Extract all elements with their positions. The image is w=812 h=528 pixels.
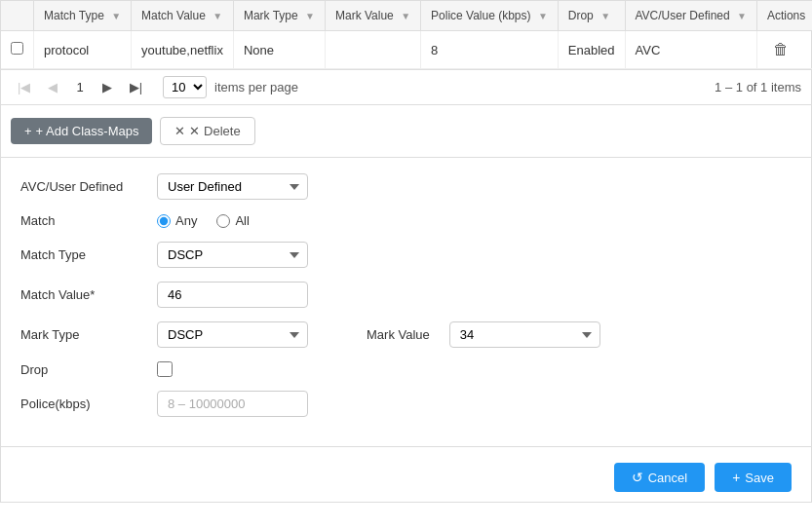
drop-checkbox[interactable] — [157, 361, 173, 377]
mark-value-label: Mark Value — [367, 327, 430, 342]
mark-value-select[interactable]: 34 0 1 2 — [449, 321, 600, 348]
per-page-label: items per page — [214, 80, 298, 94]
save-icon: + — [732, 470, 740, 485]
row-police-value: 8 — [421, 31, 559, 69]
first-page-button[interactable]: |◀ — [11, 76, 37, 98]
police-input[interactable] — [157, 391, 308, 417]
match-label: Match — [20, 213, 157, 228]
drop-row: Drop — [20, 361, 792, 377]
col-mark-type: Mark Type ▼ — [233, 1, 325, 31]
current-page: 1 — [68, 78, 91, 96]
mark-value-section: Mark Value 34 0 1 2 — [367, 321, 600, 348]
delete-button[interactable]: ✕ ✕ Delete — [160, 117, 254, 145]
police-label: Police(kbps) — [20, 396, 157, 411]
avc-user-defined-select[interactable]: User Defined AVC — [157, 173, 308, 200]
delete-label: ✕ Delete — [189, 124, 240, 138]
cancel-label: Cancel — [648, 471, 687, 485]
save-button[interactable]: + Save — [715, 463, 792, 492]
match-value-sort-icon[interactable]: ▼ — [213, 11, 222, 21]
pagination-info: 1 – 1 of 1 items — [715, 80, 801, 94]
match-type-label: Match Type — [20, 247, 157, 262]
row-checkbox[interactable] — [11, 42, 23, 55]
mark-value-sort-icon[interactable]: ▼ — [401, 11, 410, 21]
add-icon: + — [24, 124, 32, 138]
row-actions-cell: 🗑 — [756, 31, 812, 69]
mark-type-label: Mark Type — [20, 327, 157, 342]
cancel-icon: ↺ — [632, 470, 643, 485]
match-any-option[interactable]: Any — [157, 213, 197, 228]
cancel-button[interactable]: ↺ Cancel — [614, 463, 705, 492]
match-radio-group: Any All — [157, 213, 250, 228]
mark-type-row: Mark Type DSCP None IP Precedence Mark V… — [20, 321, 792, 348]
per-page-select[interactable]: 10 25 50 — [163, 76, 207, 98]
drop-sort-icon[interactable]: ▼ — [600, 11, 610, 21]
col-match-value: Match Value ▼ — [132, 1, 234, 31]
class-maps-table: Match Type ▼ Match Value ▼ Mark Type ▼ M… — [1, 1, 812, 69]
next-page-button[interactable]: ▶ — [96, 76, 119, 98]
avc-user-defined-row: AVC/User Defined User Defined AVC — [20, 173, 792, 200]
match-all-label: All — [235, 213, 249, 228]
delete-row-button[interactable]: 🗑 — [767, 39, 794, 60]
add-class-maps-label: + Add Class-Maps — [36, 124, 139, 138]
bottom-buttons-row: ↺ Cancel + Save — [0, 447, 812, 503]
mark-type-select[interactable]: DSCP None IP Precedence — [157, 321, 308, 348]
prev-page-button[interactable]: ◀ — [41, 76, 64, 98]
add-class-maps-button[interactable]: + + Add Class-Maps — [11, 118, 152, 144]
col-checkbox — [1, 1, 34, 31]
row-mark-value — [325, 31, 420, 69]
match-value-label: Match Value* — [20, 287, 157, 302]
pagination-bar: |◀ ◀ 1 ▶ ▶| 10 25 50 items per page 1 – … — [0, 69, 812, 105]
table-row: protocol youtube,netflix None 8 Enabled … — [1, 31, 812, 69]
match-type-select[interactable]: DSCP Protocol IP Precedence — [157, 242, 308, 268]
match-value-row: Match Value* — [20, 282, 792, 308]
police-row: Police(kbps) — [20, 391, 792, 417]
match-type-row: Match Type DSCP Protocol IP Precedence — [20, 242, 792, 268]
row-mark-type: None — [233, 31, 325, 69]
police-value-sort-icon[interactable]: ▼ — [538, 11, 548, 21]
save-label: Save — [745, 471, 774, 485]
match-value-input[interactable] — [157, 282, 308, 308]
match-all-option[interactable]: All — [216, 213, 249, 228]
col-mark-value: Mark Value ▼ — [325, 1, 420, 31]
row-checkbox-cell[interactable] — [1, 31, 34, 69]
match-type-sort-icon[interactable]: ▼ — [111, 11, 121, 21]
mark-type-sort-icon[interactable]: ▼ — [305, 11, 315, 21]
last-page-button[interactable]: ▶| — [123, 76, 149, 98]
delete-icon: ✕ — [174, 124, 185, 138]
match-any-radio[interactable] — [157, 214, 171, 228]
col-police-value: Police Value (kbps) ▼ — [421, 1, 559, 31]
row-match-type: protocol — [34, 31, 132, 69]
col-drop: Drop ▼ — [558, 1, 625, 31]
drop-label: Drop — [20, 362, 157, 377]
row-avc-user-defined: AVC — [625, 31, 756, 69]
class-maps-table-container: Match Type ▼ Match Value ▼ Mark Type ▼ M… — [0, 0, 812, 69]
col-actions: Actions ▼ — [756, 1, 812, 31]
match-any-label: Any — [175, 213, 197, 228]
match-row: Match Any All — [20, 213, 792, 228]
row-drop: Enabled — [558, 31, 625, 69]
col-match-type: Match Type ▼ — [34, 1, 132, 31]
match-all-radio[interactable] — [216, 214, 230, 228]
form-section: AVC/User Defined User Defined AVC Match … — [0, 158, 812, 447]
row-match-value: youtube,netflix — [132, 31, 234, 69]
avc-sort-icon[interactable]: ▼ — [737, 11, 747, 21]
avc-user-defined-label: AVC/User Defined — [20, 179, 157, 194]
action-buttons-row: + + Add Class-Maps ✕ ✕ Delete — [0, 105, 812, 158]
col-avc-user-defined: AVC/User Defined ▼ — [625, 1, 756, 31]
